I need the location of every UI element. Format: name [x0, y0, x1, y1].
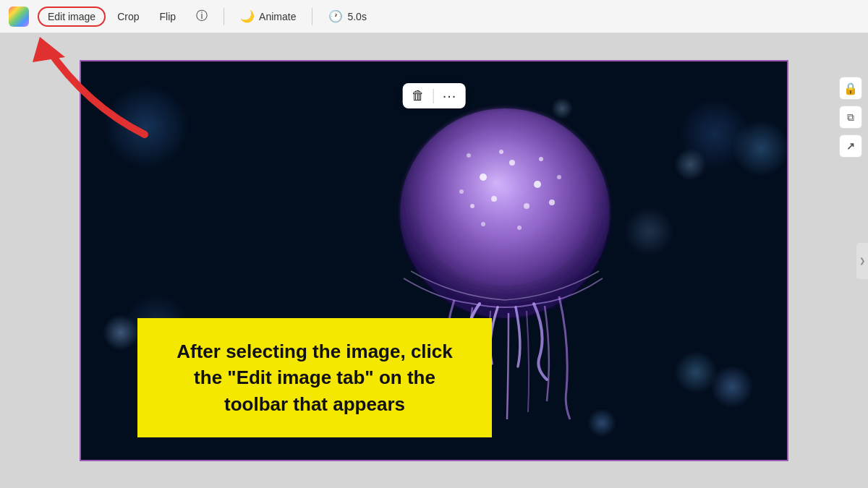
info-icon: ⓘ — [196, 9, 208, 24]
animate-label: Animate — [259, 11, 296, 22]
crop-tab[interactable]: Crop — [109, 8, 148, 25]
clock-icon: 🕐 — [328, 9, 343, 23]
image-float-toolbar: 🗑 ··· — [403, 83, 466, 108]
svg-point-13 — [459, 189, 464, 194]
svg-point-5 — [524, 203, 529, 209]
more-options-button[interactable]: ··· — [443, 87, 457, 104]
animate-tab[interactable]: 🌙 Animate — [231, 7, 305, 26]
ellipsis-icon: ··· — [443, 87, 457, 104]
svg-point-6 — [491, 196, 497, 202]
jellyfish-image — [367, 90, 642, 423]
top-toolbar: Edit image Crop Flip ⓘ 🌙 Animate 🕐 5.0s — [0, 0, 868, 33]
export-button[interactable]: ↗ — [839, 134, 862, 158]
svg-point-1 — [418, 127, 592, 286]
time-label: 5.0s — [347, 11, 366, 22]
flip-tab[interactable]: Flip — [151, 8, 185, 25]
svg-point-12 — [557, 175, 561, 179]
svg-point-8 — [549, 200, 555, 205]
edit-image-tab[interactable]: Edit image — [38, 7, 106, 27]
info-tab[interactable]: ⓘ — [187, 6, 216, 27]
right-icons-panel: 🔒 ⧉ ↗ — [839, 77, 862, 158]
svg-point-3 — [509, 160, 515, 166]
copy-button[interactable]: ⧉ — [839, 106, 862, 129]
svg-point-9 — [499, 150, 503, 154]
svg-point-15 — [481, 222, 485, 226]
time-display: 🕐 5.0s — [320, 7, 375, 26]
crop-label: Crop — [117, 11, 139, 22]
export-icon: ↗ — [846, 140, 855, 152]
svg-point-10 — [467, 153, 471, 158]
svg-point-14 — [517, 226, 522, 230]
trash-icon: 🗑 — [412, 88, 425, 103]
flip-label: Flip — [160, 11, 176, 22]
toolbar-divider — [224, 8, 224, 25]
panel-collapse-handle[interactable]: ❯ — [856, 243, 868, 279]
toolbar-divider-2 — [312, 8, 312, 25]
svg-point-2 — [480, 174, 487, 181]
lock-button[interactable]: 🔒 — [839, 77, 862, 100]
animate-moon-icon: 🌙 — [240, 9, 255, 23]
chevron-right-icon: ❯ — [859, 257, 865, 265]
copy-icon: ⧉ — [847, 111, 854, 124]
svg-point-4 — [534, 181, 541, 188]
canvas-area: 🔒 ⧉ ↗ — [0, 33, 868, 488]
float-toolbar-separator — [433, 89, 434, 103]
image-canvas — [81, 61, 787, 460]
delete-button[interactable]: 🗑 — [412, 88, 425, 103]
svg-point-7 — [470, 204, 475, 208]
app-logo[interactable] — [9, 7, 29, 27]
svg-point-11 — [539, 157, 543, 161]
image-container[interactable]: 🗑 ··· — [80, 60, 788, 461]
edit-image-label: Edit image — [48, 11, 95, 22]
lock-icon: 🔒 — [843, 82, 858, 95]
